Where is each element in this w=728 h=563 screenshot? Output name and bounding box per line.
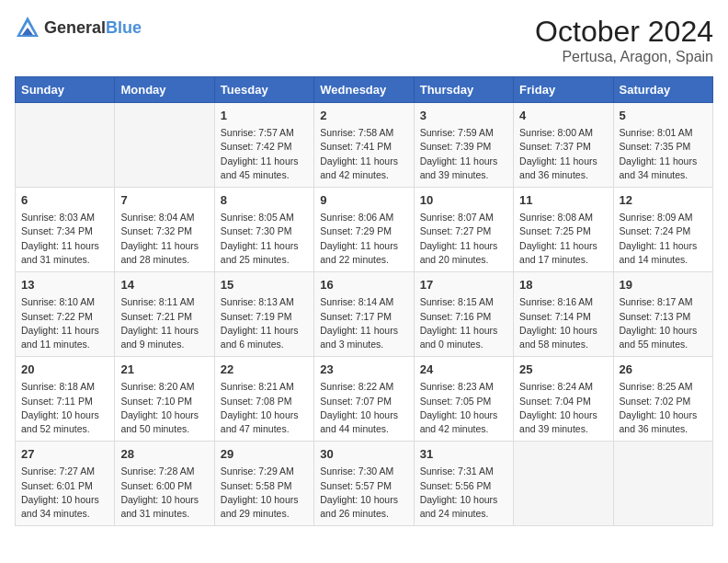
calendar-cell xyxy=(613,442,712,526)
day-info: Sunrise: 8:22 AM Sunset: 7:07 PM Dayligh… xyxy=(320,380,407,436)
weekday-header-monday: Monday xyxy=(115,77,214,103)
day-number: 11 xyxy=(519,192,607,209)
day-number: 19 xyxy=(620,277,707,293)
day-number: 25 xyxy=(519,362,607,378)
calendar-cell: 7Sunrise: 8:04 AM Sunset: 7:32 PM Daylig… xyxy=(115,188,214,272)
calendar-cell: 28Sunrise: 7:28 AM Sunset: 6:00 PM Dayli… xyxy=(115,442,214,526)
week-row-2: 6Sunrise: 8:03 AM Sunset: 7:34 PM Daylig… xyxy=(16,188,713,272)
calendar-cell: 1Sunrise: 7:57 AM Sunset: 7:42 PM Daylig… xyxy=(214,103,313,188)
day-number: 10 xyxy=(420,192,507,209)
day-info: Sunrise: 7:29 AM Sunset: 5:58 PM Dayligh… xyxy=(221,465,308,521)
day-info: Sunrise: 8:23 AM Sunset: 7:05 PM Dayligh… xyxy=(420,380,507,436)
day-info: Sunrise: 8:06 AM Sunset: 7:29 PM Dayligh… xyxy=(320,211,407,267)
calendar-cell: 30Sunrise: 7:30 AM Sunset: 5:57 PM Dayli… xyxy=(314,442,414,526)
calendar-cell: 9Sunrise: 8:06 AM Sunset: 7:29 PM Daylig… xyxy=(314,188,414,272)
calendar-cell: 20Sunrise: 8:18 AM Sunset: 7:11 PM Dayli… xyxy=(16,357,115,442)
calendar-cell: 10Sunrise: 8:07 AM Sunset: 7:27 PM Dayli… xyxy=(414,188,513,272)
day-info: Sunrise: 7:30 AM Sunset: 5:57 PM Dayligh… xyxy=(320,465,407,521)
day-info: Sunrise: 8:03 AM Sunset: 7:34 PM Dayligh… xyxy=(21,211,108,267)
day-info: Sunrise: 8:20 AM Sunset: 7:10 PM Dayligh… xyxy=(120,380,208,436)
calendar-cell: 26Sunrise: 8:25 AM Sunset: 7:02 PM Dayli… xyxy=(613,357,712,442)
day-number: 5 xyxy=(620,108,707,124)
weekday-header-wednesday: Wednesday xyxy=(314,77,414,103)
week-row-3: 13Sunrise: 8:10 AM Sunset: 7:22 PM Dayli… xyxy=(16,272,713,357)
day-number: 29 xyxy=(221,446,308,463)
calendar-cell: 3Sunrise: 7:59 AM Sunset: 7:39 PM Daylig… xyxy=(414,103,513,188)
calendar-cell: 16Sunrise: 8:14 AM Sunset: 7:17 PM Dayli… xyxy=(314,272,414,357)
calendar-cell xyxy=(115,103,214,188)
page-header: General Blue October 2024 Pertusa, Arago… xyxy=(15,15,713,65)
day-number: 30 xyxy=(320,446,407,463)
day-info: Sunrise: 8:13 AM Sunset: 7:19 PM Dayligh… xyxy=(221,295,308,351)
calendar-cell: 22Sunrise: 8:21 AM Sunset: 7:08 PM Dayli… xyxy=(214,357,313,442)
calendar-cell: 14Sunrise: 8:11 AM Sunset: 7:21 PM Dayli… xyxy=(115,272,214,357)
calendar-cell: 4Sunrise: 8:00 AM Sunset: 7:37 PM Daylig… xyxy=(514,103,613,188)
day-info: Sunrise: 7:59 AM Sunset: 7:39 PM Dayligh… xyxy=(420,126,507,182)
week-row-1: 1Sunrise: 7:57 AM Sunset: 7:42 PM Daylig… xyxy=(16,103,713,188)
day-info: Sunrise: 8:04 AM Sunset: 7:32 PM Dayligh… xyxy=(120,211,208,267)
day-info: Sunrise: 8:18 AM Sunset: 7:11 PM Dayligh… xyxy=(21,380,108,436)
calendar-cell: 18Sunrise: 8:16 AM Sunset: 7:14 PM Dayli… xyxy=(514,272,613,357)
calendar-cell: 12Sunrise: 8:09 AM Sunset: 7:24 PM Dayli… xyxy=(613,188,712,272)
day-info: Sunrise: 7:57 AM Sunset: 7:42 PM Dayligh… xyxy=(221,126,308,182)
calendar-cell: 19Sunrise: 8:17 AM Sunset: 7:13 PM Dayli… xyxy=(613,272,712,357)
day-info: Sunrise: 8:05 AM Sunset: 7:30 PM Dayligh… xyxy=(221,211,308,267)
day-number: 23 xyxy=(320,362,407,378)
day-number: 17 xyxy=(420,277,507,293)
day-info: Sunrise: 8:08 AM Sunset: 7:25 PM Dayligh… xyxy=(519,211,607,267)
day-number: 27 xyxy=(21,446,108,463)
logo-text: General Blue xyxy=(44,19,142,36)
weekday-header-row: SundayMondayTuesdayWednesdayThursdayFrid… xyxy=(16,77,713,103)
calendar-cell: 27Sunrise: 7:27 AM Sunset: 6:01 PM Dayli… xyxy=(16,442,115,526)
week-row-4: 20Sunrise: 8:18 AM Sunset: 7:11 PM Dayli… xyxy=(16,357,713,442)
calendar-cell: 2Sunrise: 7:58 AM Sunset: 7:41 PM Daylig… xyxy=(314,103,414,188)
day-number: 12 xyxy=(620,192,707,209)
day-info: Sunrise: 8:07 AM Sunset: 7:27 PM Dayligh… xyxy=(420,211,507,267)
page-title: October 2024 xyxy=(535,15,713,49)
calendar-cell: 6Sunrise: 8:03 AM Sunset: 7:34 PM Daylig… xyxy=(16,188,115,272)
calendar-table: SundayMondayTuesdayWednesdayThursdayFrid… xyxy=(15,76,713,526)
day-info: Sunrise: 7:58 AM Sunset: 7:41 PM Dayligh… xyxy=(320,126,407,182)
logo: General Blue xyxy=(15,15,142,40)
day-number: 31 xyxy=(420,446,507,463)
calendar-cell: 13Sunrise: 8:10 AM Sunset: 7:22 PM Dayli… xyxy=(16,272,115,357)
day-number: 3 xyxy=(420,108,507,124)
weekday-header-thursday: Thursday xyxy=(414,77,513,103)
day-number: 28 xyxy=(120,446,208,463)
day-number: 15 xyxy=(221,277,308,293)
day-number: 14 xyxy=(120,277,208,293)
day-number: 2 xyxy=(320,108,407,124)
day-info: Sunrise: 8:09 AM Sunset: 7:24 PM Dayligh… xyxy=(620,211,707,267)
day-number: 7 xyxy=(120,192,208,209)
day-number: 20 xyxy=(21,362,108,378)
day-number: 4 xyxy=(519,108,607,124)
weekday-header-sunday: Sunday xyxy=(16,77,115,103)
day-info: Sunrise: 8:21 AM Sunset: 7:08 PM Dayligh… xyxy=(221,380,308,436)
day-number: 1 xyxy=(221,108,308,124)
day-number: 13 xyxy=(21,277,108,293)
calendar-cell: 24Sunrise: 8:23 AM Sunset: 7:05 PM Dayli… xyxy=(414,357,513,442)
calendar-cell: 8Sunrise: 8:05 AM Sunset: 7:30 PM Daylig… xyxy=(214,188,313,272)
page-subtitle: Pertusa, Aragon, Spain xyxy=(535,49,713,65)
weekday-header-saturday: Saturday xyxy=(613,77,712,103)
day-info: Sunrise: 8:10 AM Sunset: 7:22 PM Dayligh… xyxy=(21,295,108,351)
day-info: Sunrise: 8:01 AM Sunset: 7:35 PM Dayligh… xyxy=(620,126,707,182)
day-info: Sunrise: 8:25 AM Sunset: 7:02 PM Dayligh… xyxy=(620,380,707,436)
calendar-cell: 21Sunrise: 8:20 AM Sunset: 7:10 PM Dayli… xyxy=(115,357,214,442)
calendar-cell xyxy=(514,442,613,526)
logo-general: General xyxy=(44,19,106,36)
day-info: Sunrise: 8:14 AM Sunset: 7:17 PM Dayligh… xyxy=(320,295,407,351)
day-info: Sunrise: 7:28 AM Sunset: 6:00 PM Dayligh… xyxy=(120,465,208,521)
calendar-cell: 29Sunrise: 7:29 AM Sunset: 5:58 PM Dayli… xyxy=(214,442,313,526)
calendar-cell: 31Sunrise: 7:31 AM Sunset: 5:56 PM Dayli… xyxy=(414,442,513,526)
calendar-cell: 5Sunrise: 8:01 AM Sunset: 7:35 PM Daylig… xyxy=(613,103,712,188)
day-number: 24 xyxy=(420,362,507,378)
calendar-cell: 17Sunrise: 8:15 AM Sunset: 7:16 PM Dayli… xyxy=(414,272,513,357)
calendar-cell xyxy=(16,103,115,188)
day-info: Sunrise: 7:27 AM Sunset: 6:01 PM Dayligh… xyxy=(21,465,108,521)
day-number: 8 xyxy=(221,192,308,209)
day-number: 16 xyxy=(320,277,407,293)
calendar-cell: 15Sunrise: 8:13 AM Sunset: 7:19 PM Dayli… xyxy=(214,272,313,357)
day-number: 22 xyxy=(221,362,308,378)
day-info: Sunrise: 8:00 AM Sunset: 7:37 PM Dayligh… xyxy=(519,126,607,182)
